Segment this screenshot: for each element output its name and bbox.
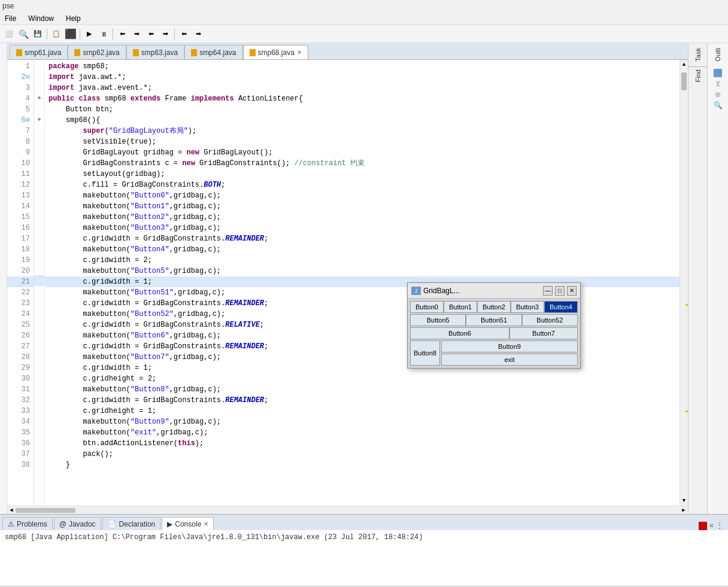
outline-panel-label[interactable]: Outli xyxy=(714,43,721,66)
find-panel-label[interactable]: Find xyxy=(694,69,702,82)
bottom-content: smp68 [Java Application] C:\Program File… xyxy=(0,530,728,586)
console-clear-btn[interactable]: ✕ xyxy=(709,521,714,530)
tab-console-close[interactable]: ✕ xyxy=(204,521,208,527)
toolbar-btn-6[interactable]: ▶ xyxy=(83,28,96,41)
tab-declaration[interactable]: 📄 Declaration xyxy=(102,517,161,530)
scroll-up-btn[interactable]: ▲ xyxy=(680,60,688,69)
change-marker-2 xyxy=(685,410,688,412)
tab-smp68[interactable]: smp68.java ✕ xyxy=(243,45,308,59)
h-scroll-track[interactable] xyxy=(16,507,680,513)
grid-btn-button7[interactable]: Button7 xyxy=(509,327,578,339)
grid-btn-button0[interactable]: Button0 xyxy=(410,301,444,313)
code-line-28: makebutton("Button7",gridbag,c); xyxy=(45,352,680,363)
h-scroll-right-btn[interactable]: ▶ xyxy=(680,506,688,515)
grid-btn-button9[interactable]: Button9 xyxy=(441,340,578,352)
toolbar-btn-13[interactable]: ➡ xyxy=(192,28,205,41)
toolbar-btn-2[interactable]: 🔍 xyxy=(17,28,30,41)
scroll-track[interactable] xyxy=(680,69,688,496)
code-line-34: makebutton("Button9",gridbag,c); xyxy=(45,416,680,427)
line-num-13: 13 xyxy=(7,190,34,201)
code-line-23: c.gridwidth = GridBagConstraints.REMAIND… xyxy=(45,298,680,309)
tab-console[interactable]: ▶ Console ✕ xyxy=(162,517,214,530)
scroll-down-btn[interactable]: ▼ xyxy=(680,496,688,506)
line-num-32: 32 xyxy=(7,395,34,406)
line-num-4: 4 xyxy=(7,93,34,104)
toolbar-btn-3[interactable]: 💾 xyxy=(31,28,44,41)
toolbar-btn-1[interactable]: ⬜ xyxy=(2,28,16,41)
code-line-5: Button btn; xyxy=(45,104,680,115)
tab-label-2: smp62.java xyxy=(83,48,119,57)
tab-smp64[interactable]: smp64.java xyxy=(184,45,242,59)
h-scrollbar[interactable]: ◀ ▶ xyxy=(7,506,688,514)
line-num-27: 27 xyxy=(7,341,34,352)
tab-problems[interactable]: ⚠ Problems xyxy=(2,517,53,530)
floating-title-bar: J GridBagL... — □ ✕ xyxy=(408,283,580,299)
grid-btn-button3[interactable]: Button3 xyxy=(511,301,544,313)
grid-btn-exit[interactable]: exit xyxy=(441,354,578,366)
grid-btn-button1[interactable]: Button1 xyxy=(444,301,477,313)
menu-help[interactable]: Help xyxy=(63,13,83,24)
code-line-26: makebutton("Button6",gridbag,c); xyxy=(45,330,680,341)
line-num-14: 14 xyxy=(7,201,34,212)
grid-btn-button52[interactable]: Button52 xyxy=(522,314,578,326)
code-line-7: super("GridBagLayout布局"); xyxy=(45,126,680,136)
grid-btn-button5[interactable]: Button5 xyxy=(410,314,466,326)
task-panel-label[interactable]: Task xyxy=(694,45,702,64)
toolbar-btn-12[interactable]: ⬅ xyxy=(177,28,190,41)
scroll-thumb[interactable] xyxy=(681,72,687,90)
outline-icon-1[interactable] xyxy=(714,69,722,77)
h-scroll-left-btn[interactable]: ◀ xyxy=(7,506,16,515)
code-line-14: makebutton("Button1",gridbag,c); xyxy=(45,201,680,212)
code-line-15: makebutton("Button2",gridbag,c); xyxy=(45,212,680,223)
line-num-35: 35 xyxy=(7,427,34,438)
outline-panel: Outli ⊻ ⊕ 🔍 xyxy=(707,43,728,514)
toolbar-btn-9[interactable]: ➡ xyxy=(130,28,143,41)
toolbar-btn-4[interactable]: 📋 xyxy=(50,28,63,41)
line-num-30: 30 xyxy=(7,373,34,384)
grid-btn-button4[interactable]: Button4 xyxy=(544,301,578,313)
outline-search-icon[interactable]: 🔍 xyxy=(714,101,723,110)
tab-declaration-icon: 📄 xyxy=(108,520,117,528)
tab-icon-2 xyxy=(74,49,80,56)
code-content[interactable]: package smp68; import java.awt.*; import… xyxy=(45,60,680,506)
grid-btn-button8[interactable]: Button8 xyxy=(410,340,440,366)
toolbar-btn-8[interactable]: ⬅ xyxy=(116,28,129,41)
floating-minimize-btn[interactable]: — xyxy=(543,286,553,296)
outline-collapse-icon[interactable]: ⊻ xyxy=(715,80,721,88)
tab-smp62[interactable]: smp62.java xyxy=(68,45,126,59)
tab-close-btn[interactable]: ✕ xyxy=(297,49,302,56)
toolbar-btn-10[interactable]: ⬅ xyxy=(144,28,157,41)
tab-label-1: smp61.java xyxy=(25,48,61,57)
line-num-33: 33 xyxy=(7,406,34,416)
toolbar-btn-5[interactable]: ⬛ xyxy=(64,28,77,41)
tab-javadoc[interactable]: @ Javadoc xyxy=(54,517,101,530)
outline-expand-icon[interactable]: ⊕ xyxy=(715,90,721,99)
tab-javadoc-icon: @ xyxy=(59,520,66,528)
floating-close-btn[interactable]: ✕ xyxy=(567,286,577,296)
tab-smp63[interactable]: smp63.java xyxy=(126,45,184,59)
toolbar-btn-7[interactable]: ⏸ xyxy=(97,28,110,41)
tab-smp61[interactable]: smp61.java xyxy=(10,45,68,59)
code-line-12: c.fill = GridBagConstraints.BOTH; xyxy=(45,180,680,190)
toolbar-sep-2 xyxy=(80,29,80,39)
grid-btn-button51[interactable]: Button51 xyxy=(466,314,521,326)
code-line-27: c.gridwidth = GridBagConstraints.REMAIND… xyxy=(45,341,680,352)
toolbar-btn-11[interactable]: ➡ xyxy=(159,28,172,41)
code-line-17: c.gridwidth = GridBagConstraints.REMAIND… xyxy=(45,233,680,244)
code-line-10: GridBagConstraints c = new GridBagConstr… xyxy=(45,158,680,169)
menu-file[interactable]: File xyxy=(2,13,19,24)
grid-btn-button6[interactable]: Button6 xyxy=(410,327,509,339)
code-line-30: c.gridheight = 2; xyxy=(45,373,680,384)
h-scroll-thumb[interactable] xyxy=(16,508,75,513)
floating-maximize-btn[interactable]: □ xyxy=(555,286,565,296)
vertical-scrollbar[interactable]: ▲ ▼ xyxy=(680,60,688,506)
tab-problems-label: Problems xyxy=(17,520,47,528)
line-num-12: 12 xyxy=(7,180,34,190)
line-num-6: 6⊖ xyxy=(7,115,34,126)
console-stop-btn[interactable] xyxy=(699,522,707,530)
grid-btn-button2[interactable]: Button2 xyxy=(477,301,511,313)
menu-window[interactable]: Window xyxy=(26,13,56,24)
tab-javadoc-label: Javadoc xyxy=(69,520,96,528)
code-line-33: c.gridheight = 1; xyxy=(45,406,680,416)
console-more-btn[interactable]: ⋮ xyxy=(716,521,723,530)
